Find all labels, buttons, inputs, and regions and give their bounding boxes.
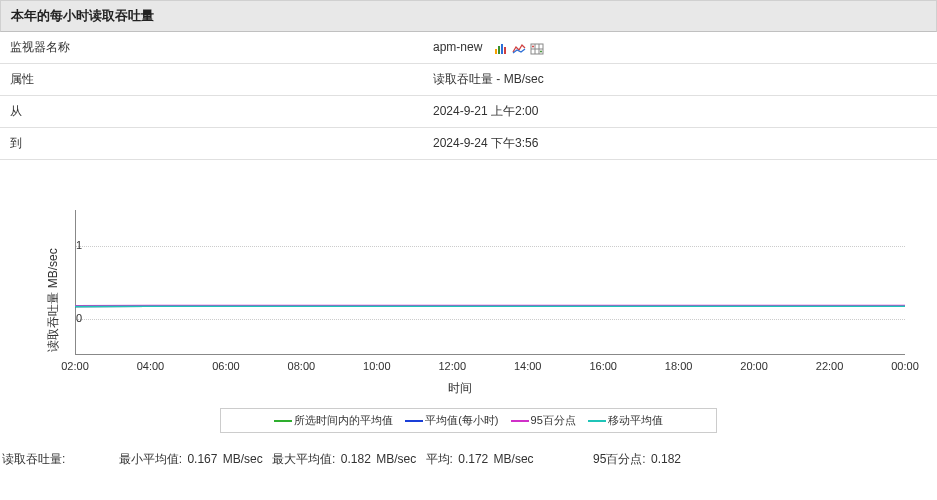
chart: 读取吞吐量 MB/sec 01 02:0004:0006:0008:0010:0… bbox=[0, 200, 920, 400]
table-row: 监视器名称 apm-new bbox=[0, 32, 937, 64]
x-tick-label: 22:00 bbox=[816, 360, 844, 372]
x-tick-label: 20:00 bbox=[740, 360, 768, 372]
stats-avg-unit: MB/sec bbox=[494, 452, 534, 466]
stats-max: 最大平均值: 0.182 MB/sec bbox=[272, 451, 416, 468]
svg-point-9 bbox=[540, 50, 542, 52]
x-tick-label: 08:00 bbox=[288, 360, 316, 372]
stats-min-label: 最小平均值: bbox=[119, 452, 182, 466]
legend-item: 平均值(每小时) bbox=[405, 413, 498, 428]
stats-avg: 平均: 0.172 MB/sec bbox=[426, 451, 534, 468]
legend-label: 移动平均值 bbox=[608, 414, 663, 426]
x-tick-label: 06:00 bbox=[212, 360, 240, 372]
stats-min: 最小平均值: 0.167 MB/sec bbox=[119, 451, 263, 468]
x-tick-label: 00:00 bbox=[891, 360, 919, 372]
stats-max-unit: MB/sec bbox=[376, 452, 416, 466]
info-label: 到 bbox=[0, 128, 423, 160]
info-value-cell: apm-new bbox=[423, 32, 937, 64]
x-tick-label: 18:00 bbox=[665, 360, 693, 372]
legend-swatch bbox=[405, 420, 423, 422]
stats-avg-value: 0.172 bbox=[458, 452, 488, 466]
stats-min-unit: MB/sec bbox=[223, 452, 263, 466]
info-value: 2024-9-24 下午3:56 bbox=[423, 128, 937, 160]
table-row: 属性 读取吞吐量 - MB/sec bbox=[0, 64, 937, 96]
stats-p95: 95百分点: 0.182 bbox=[593, 451, 681, 468]
monitor-icons bbox=[494, 41, 546, 55]
bar-chart-icon[interactable] bbox=[494, 43, 508, 55]
legend-swatch bbox=[511, 420, 529, 422]
info-label: 监视器名称 bbox=[0, 32, 423, 64]
legend-item: 移动平均值 bbox=[588, 413, 663, 428]
info-label: 从 bbox=[0, 96, 423, 128]
svg-rect-2 bbox=[501, 44, 503, 54]
legend-swatch bbox=[588, 420, 606, 422]
line-chart-icon[interactable] bbox=[512, 43, 526, 55]
x-tick-label: 02:00 bbox=[61, 360, 89, 372]
stats-max-value: 0.182 bbox=[341, 452, 371, 466]
table-row: 从 2024-9-21 上午2:00 bbox=[0, 96, 937, 128]
panel-title: 本年的每小时读取吞吐量 bbox=[11, 8, 154, 23]
legend-label: 95百分点 bbox=[531, 414, 576, 426]
legend-label: 所选时间内的平均值 bbox=[294, 414, 393, 426]
y-tick-label: 1 bbox=[57, 239, 82, 251]
x-tick-label: 14:00 bbox=[514, 360, 542, 372]
stats-p95-label: 95百分点: bbox=[593, 452, 646, 466]
x-axis-label: 时间 bbox=[448, 380, 472, 397]
stats-row: 读取吞吐量: 最小平均值: 0.167 MB/sec 最大平均值: 0.182 … bbox=[0, 447, 937, 472]
x-tick-label: 12:00 bbox=[439, 360, 467, 372]
gridline bbox=[76, 246, 905, 247]
stats-metric-label: 读取吞吐量: bbox=[2, 451, 65, 468]
info-value: 读取吞吐量 - MB/sec bbox=[423, 64, 937, 96]
y-tick-label: 0 bbox=[57, 312, 82, 324]
grid-icon[interactable] bbox=[530, 43, 544, 55]
svg-rect-0 bbox=[495, 49, 497, 54]
legend-label: 平均值(每小时) bbox=[425, 414, 498, 426]
svg-rect-3 bbox=[504, 47, 506, 54]
legend-item: 所选时间内的平均值 bbox=[274, 413, 393, 428]
info-label: 属性 bbox=[0, 64, 423, 96]
stats-p95-value: 0.182 bbox=[651, 452, 681, 466]
plot-area bbox=[75, 210, 905, 355]
stats-min-value: 0.167 bbox=[187, 452, 217, 466]
chart-legend: 所选时间内的平均值平均值(每小时)95百分点移动平均值 bbox=[220, 408, 717, 433]
x-tick-label: 04:00 bbox=[137, 360, 165, 372]
x-tick-label: 10:00 bbox=[363, 360, 391, 372]
legend-item: 95百分点 bbox=[511, 413, 576, 428]
gridline bbox=[76, 319, 905, 320]
x-tick-label: 16:00 bbox=[589, 360, 617, 372]
svg-point-8 bbox=[532, 45, 534, 47]
legend-swatch bbox=[274, 420, 292, 422]
table-row: 到 2024-9-24 下午3:56 bbox=[0, 128, 937, 160]
info-value: 2024-9-21 上午2:00 bbox=[423, 96, 937, 128]
monitor-name-value: apm-new bbox=[433, 40, 482, 54]
svg-rect-1 bbox=[498, 46, 500, 54]
info-table: 监视器名称 apm-new 属性 读取吞吐量 - MB/sec 从 2024-9… bbox=[0, 32, 937, 160]
panel-header: 本年的每小时读取吞吐量 bbox=[0, 0, 937, 32]
stats-max-label: 最大平均值: bbox=[272, 452, 335, 466]
y-axis-label: 读取吞吐量 MB/sec bbox=[45, 248, 62, 351]
stats-avg-label: 平均: bbox=[426, 452, 453, 466]
